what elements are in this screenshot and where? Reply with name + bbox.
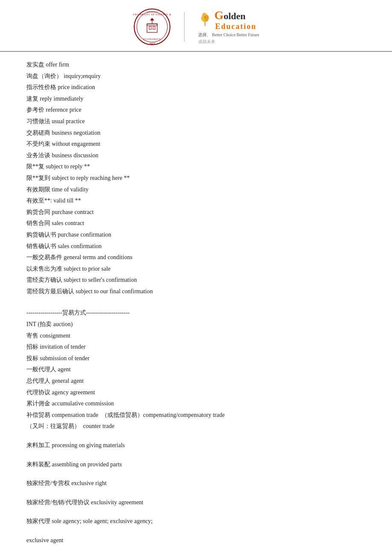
blank-3: [26, 451, 366, 459]
item-auction: INT (拍卖 auction): [26, 319, 366, 330]
item-accumulative-commission: 累计佣金 accumulative commission: [26, 398, 366, 410]
item-agency-agreement: 代理协议 agency agreement: [26, 387, 366, 399]
blank-1: [26, 297, 366, 302]
item-reference-price: 参考价 reference price: [26, 104, 366, 116]
item-subject-to-reply-reaching: 限**复到 subject to reply reaching here **: [26, 173, 366, 184]
item-agent: 一般代理人 agent: [26, 364, 366, 376]
main-content: 发实盘 offer firm 询盘（询价） inquiry;enquiry 指示…: [0, 56, 392, 555]
svg-marker-9: [150, 18, 154, 20]
item-exclusive-agent: exclusive agent: [26, 535, 366, 546]
item-business-discussion: 业务洽谈 business discussion: [26, 150, 366, 162]
item-inquiry: 询盘（询价） inquiry;enquiry: [26, 71, 366, 82]
blank-7: [26, 527, 366, 535]
item-sellers-confirmation: 需经卖方确认 subject to seller's confirmation: [26, 275, 366, 286]
item-business-negotiation: 交易磋商 business negotiation: [26, 127, 366, 139]
item-sole-agency: 独家代理 sole agency; sole agent; exclusive …: [26, 516, 366, 527]
item-general-terms: 一般交易条件 general terms and conditions: [26, 252, 366, 263]
item-time-of-validity: 有效期限 time of validity: [26, 184, 366, 196]
section-trade-divider: ------------------贸易方式------------------…: [26, 307, 366, 319]
trade-list: INT (拍卖 auction) 寄售 consignment 招标 invit…: [26, 319, 366, 432]
svg-rect-4: [147, 24, 157, 32]
item-general-agent: 总代理人 general agent: [26, 376, 366, 387]
item-price-indication: 指示性价格 price indication: [26, 82, 366, 93]
item-invitation-tender: 招标 invitation of tender: [26, 341, 366, 353]
item-without-engagement: 不受约束 without engagement: [26, 139, 366, 150]
logo-divider: [184, 12, 185, 42]
blank-5: [26, 489, 366, 497]
blank-2: [26, 432, 366, 440]
svg-text:SHANGHAI: SHANGHAI: [147, 11, 158, 13]
golden-olden-text: olden: [224, 11, 245, 21]
vocab-list: 发实盘 offer firm 询盘（询价） inquiry;enquiry 指示…: [26, 59, 366, 297]
university-logo: UNIVERSITY OF FINANCE & ECONOMICS 1917 S…: [133, 8, 171, 46]
item-subject-to-reply: 限**复 subject to reply **: [26, 161, 366, 173]
svg-text:ECONOMICS: ECONOMICS: [143, 38, 161, 40]
page-header: UNIVERSITY OF FINANCE & ECONOMICS 1917 S…: [0, 0, 392, 52]
item-valid-till: 有效至**: valid till **: [26, 195, 366, 207]
item-purchase-confirmation: 购货确认书 purchase confirmation: [26, 229, 366, 241]
svg-rect-6: [153, 26, 155, 29]
svg-text:UNIVERSITY OF FINANCE &: UNIVERSITY OF FINANCE &: [133, 13, 171, 16]
item-prior-sale: 以未售出为准 subject to prior sale: [26, 263, 366, 275]
item-compensation-trade: 补偿贸易 compensation trade （或抵偿贸易）compensat…: [26, 410, 366, 421]
item-exclusivity-agreement: 独家经营/包销/代理协议 exclusivity agreement: [26, 497, 366, 509]
item-purchase-contract: 购货合同 purchase contract: [26, 207, 366, 218]
item-sales-contract: 销售合同 sales contract: [26, 218, 366, 229]
golden-wheat-icon: [197, 12, 213, 28]
item-counter-trade: （又叫：往返贸易） counter trade: [26, 421, 366, 432]
item-exclusive-right: 独家经营/专营权 exclusive right: [26, 478, 366, 489]
item-usual-practice: 习惯做法 usual practice: [26, 116, 366, 127]
item-processing-materials: 来料加工 processing on giving materials: [26, 440, 366, 451]
golden-slogan-top: 选择、 Better Choice Better Future: [198, 32, 259, 38]
golden-g-letter: G: [214, 9, 224, 22]
svg-text:1917: 1917: [149, 42, 155, 45]
item-sales-confirmation: 销售确认书 sales confirmation: [26, 241, 366, 252]
item-submission-tender: 投标 submission of tender: [26, 353, 366, 364]
item-reply-immediately: 速复 reply immediately: [26, 93, 366, 105]
golden-education-label: Education: [215, 22, 257, 31]
item-assembling-parts: 来料装配 assembling on provided parts: [26, 459, 366, 471]
item-offer-firm: 发实盘 offer firm: [26, 59, 366, 71]
item-consignment: 寄售 consignment: [26, 330, 366, 342]
golden-slogan-bottom: 成就未来: [198, 39, 215, 45]
svg-rect-5: [149, 26, 151, 29]
blank-6: [26, 508, 366, 516]
logo-container: UNIVERSITY OF FINANCE & ECONOMICS 1917 S…: [133, 8, 259, 46]
blank-4: [26, 470, 366, 478]
golden-education-logo: Golden Education 选择、 Better Choice Bette…: [197, 9, 259, 45]
item-final-confirmation: 需经我方最后确认 subject to our final confirmati…: [26, 286, 366, 298]
golden-text: Golden Education: [214, 9, 257, 31]
